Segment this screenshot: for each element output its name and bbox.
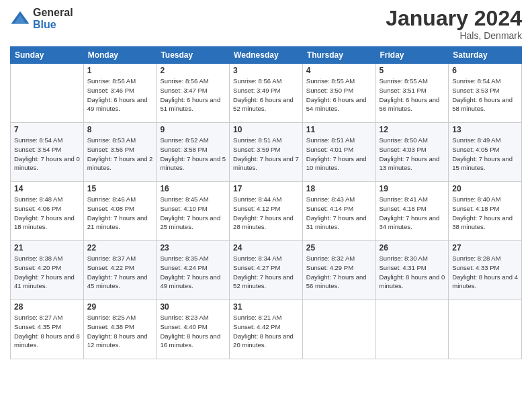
sunrise-time: Sunrise: 8:45 AM: [160, 195, 208, 203]
sunrise-time: Sunrise: 8:30 AM: [380, 255, 428, 262]
table-row: [302, 300, 375, 359]
table-row: 13 Sunrise: 8:49 AM Sunset: 4:05 PM Dayl…: [449, 123, 522, 182]
table-row: 27 Sunrise: 8:28 AM Sunset: 4:33 PM Dayl…: [449, 241, 522, 300]
day-info: Sunrise: 8:46 AM Sunset: 4:08 PM Dayligh…: [87, 195, 153, 232]
day-number: 17: [233, 184, 299, 193]
header-friday: Friday: [375, 47, 449, 64]
daylight-hours: Daylight: 7 hours and 13 minutes.: [380, 155, 440, 172]
day-info: Sunrise: 8:37 AM Sunset: 4:22 PM Dayligh…: [87, 254, 153, 291]
table-row: 21 Sunrise: 8:38 AM Sunset: 4:20 PM Dayl…: [11, 241, 84, 300]
table-row: 6 Sunrise: 8:54 AM Sunset: 3:53 PM Dayli…: [449, 64, 522, 123]
sunrise-time: Sunrise: 8:40 AM: [452, 195, 500, 203]
day-number: 23: [160, 243, 226, 253]
table-row: 15 Sunrise: 8:46 AM Sunset: 4:08 PM Dayl…: [83, 182, 157, 241]
table-row: [11, 64, 84, 123]
sunset-time: Sunset: 4:35 PM: [14, 323, 61, 330]
sunrise-time: Sunrise: 8:46 AM: [87, 195, 136, 203]
daylight-hours: Daylight: 7 hours and 41 minutes.: [14, 273, 75, 290]
sunset-time: Sunset: 4:01 PM: [306, 146, 353, 153]
table-row: 29 Sunrise: 8:25 AM Sunset: 4:38 PM Dayl…: [83, 300, 157, 359]
calendar: Sunday Monday Tuesday Wednesday Thursday…: [10, 46, 522, 359]
day-info: Sunrise: 8:35 AM Sunset: 4:24 PM Dayligh…: [160, 254, 226, 291]
day-number: 15: [87, 184, 153, 193]
header-tuesday: Tuesday: [157, 47, 230, 64]
day-number: 11: [306, 125, 372, 134]
sunrise-time: Sunrise: 8:54 AM: [452, 77, 500, 85]
sunrise-time: Sunrise: 8:41 AM: [380, 195, 428, 203]
day-number: 8: [87, 125, 153, 134]
day-info: Sunrise: 8:25 AM Sunset: 4:38 PM Dayligh…: [87, 313, 153, 350]
table-row: 8 Sunrise: 8:53 AM Sunset: 3:56 PM Dayli…: [83, 123, 157, 182]
sunrise-time: Sunrise: 8:51 AM: [306, 136, 355, 144]
sunset-time: Sunset: 3:59 PM: [233, 146, 280, 153]
daylight-hours: Daylight: 6 hours and 58 minutes.: [452, 96, 513, 113]
sunset-time: Sunset: 4:16 PM: [380, 205, 427, 212]
table-row: 14 Sunrise: 8:48 AM Sunset: 4:06 PM Dayl…: [11, 182, 84, 241]
day-info: Sunrise: 8:34 AM Sunset: 4:27 PM Dayligh…: [233, 254, 299, 291]
daylight-hours: Daylight: 7 hours and 7 minutes.: [233, 155, 299, 172]
table-row: 3 Sunrise: 8:56 AM Sunset: 3:49 PM Dayli…: [230, 64, 303, 123]
logo-general: General: [33, 7, 73, 19]
day-number: 18: [306, 184, 372, 193]
day-info: Sunrise: 8:40 AM Sunset: 4:18 PM Dayligh…: [452, 195, 518, 232]
sunset-time: Sunset: 3:53 PM: [452, 87, 499, 94]
table-row: 23 Sunrise: 8:35 AM Sunset: 4:24 PM Dayl…: [157, 241, 230, 300]
sunrise-time: Sunrise: 8:52 AM: [160, 136, 208, 144]
sunset-time: Sunset: 4:38 PM: [87, 323, 134, 330]
day-number: 1: [87, 66, 153, 75]
daylight-hours: Daylight: 7 hours and 15 minutes.: [452, 155, 513, 172]
sunset-time: Sunset: 3:50 PM: [306, 87, 353, 94]
daylight-hours: Daylight: 7 hours and 38 minutes.: [452, 214, 513, 231]
sunset-time: Sunset: 4:29 PM: [306, 264, 353, 271]
table-row: 1 Sunrise: 8:56 AM Sunset: 3:46 PM Dayli…: [83, 64, 157, 123]
header-saturday: Saturday: [449, 47, 522, 64]
daylight-hours: Daylight: 7 hours and 0 minutes.: [14, 155, 80, 172]
day-number: 14: [14, 184, 80, 193]
day-info: Sunrise: 8:27 AM Sunset: 4:35 PM Dayligh…: [14, 313, 80, 350]
daylight-hours: Daylight: 7 hours and 45 minutes.: [87, 273, 148, 290]
daylight-hours: Daylight: 8 hours and 0 minutes.: [380, 273, 445, 290]
table-row: [449, 300, 522, 359]
sunrise-time: Sunrise: 8:49 AM: [452, 136, 500, 144]
day-number: 20: [452, 184, 518, 193]
sunset-time: Sunset: 4:12 PM: [233, 205, 280, 212]
table-row: 11 Sunrise: 8:51 AM Sunset: 4:01 PM Dayl…: [302, 123, 375, 182]
table-row: [375, 300, 449, 359]
sunset-time: Sunset: 3:49 PM: [233, 87, 280, 94]
sunrise-time: Sunrise: 8:54 AM: [14, 136, 62, 144]
calendar-week-row: 21 Sunrise: 8:38 AM Sunset: 4:20 PM Dayl…: [11, 241, 522, 300]
logo-icon: [10, 9, 30, 29]
daylight-hours: Daylight: 6 hours and 49 minutes.: [87, 96, 148, 113]
sunrise-time: Sunrise: 8:51 AM: [233, 136, 281, 144]
day-number: 13: [452, 125, 518, 134]
logo: General Blue: [10, 7, 73, 30]
day-info: Sunrise: 8:43 AM Sunset: 4:14 PM Dayligh…: [306, 195, 372, 232]
table-row: 12 Sunrise: 8:50 AM Sunset: 4:03 PM Dayl…: [375, 123, 449, 182]
sunrise-time: Sunrise: 8:25 AM: [87, 314, 136, 321]
table-row: 24 Sunrise: 8:34 AM Sunset: 4:27 PM Dayl…: [230, 241, 303, 300]
day-info: Sunrise: 8:55 AM Sunset: 3:51 PM Dayligh…: [380, 77, 445, 113]
daylight-hours: Daylight: 7 hours and 52 minutes.: [233, 273, 294, 290]
sunset-time: Sunset: 4:33 PM: [452, 264, 499, 271]
day-number: 2: [160, 66, 226, 75]
daylight-hours: Daylight: 8 hours and 16 minutes.: [160, 332, 220, 349]
title-block: January 2024 Hals, Denmark: [386, 7, 522, 41]
day-info: Sunrise: 8:30 AM Sunset: 4:31 PM Dayligh…: [380, 254, 445, 291]
day-info: Sunrise: 8:53 AM Sunset: 3:56 PM Dayligh…: [87, 136, 153, 173]
day-number: 3: [233, 66, 299, 75]
month-title: January 2024: [386, 7, 522, 30]
sunrise-time: Sunrise: 8:56 AM: [87, 77, 136, 85]
daylight-hours: Daylight: 8 hours and 12 minutes.: [87, 332, 148, 349]
table-row: 17 Sunrise: 8:44 AM Sunset: 4:12 PM Dayl…: [230, 182, 303, 241]
daylight-hours: Daylight: 7 hours and 21 minutes.: [87, 214, 148, 231]
sunset-time: Sunset: 4:22 PM: [87, 264, 134, 271]
sunset-time: Sunset: 4:31 PM: [380, 264, 427, 271]
daylight-hours: Daylight: 7 hours and 18 minutes.: [14, 214, 75, 231]
day-info: Sunrise: 8:41 AM Sunset: 4:16 PM Dayligh…: [380, 195, 445, 232]
day-info: Sunrise: 8:55 AM Sunset: 3:50 PM Dayligh…: [306, 77, 372, 113]
table-row: 22 Sunrise: 8:37 AM Sunset: 4:22 PM Dayl…: [83, 241, 157, 300]
sunset-time: Sunset: 4:27 PM: [233, 264, 280, 271]
daylight-hours: Daylight: 7 hours and 2 minutes.: [87, 155, 153, 172]
sunset-time: Sunset: 4:10 PM: [160, 205, 207, 212]
sunrise-time: Sunrise: 8:44 AM: [233, 195, 281, 203]
